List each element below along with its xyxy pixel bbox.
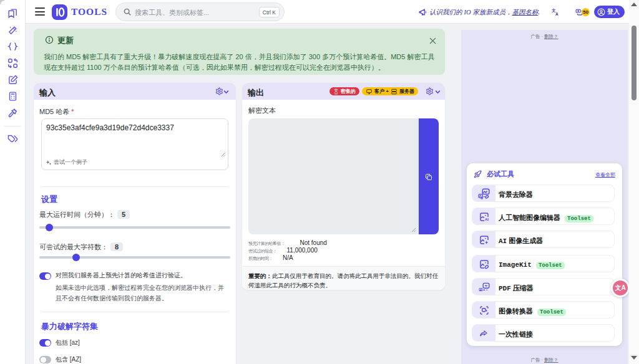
svg-text:AI: AI — [485, 218, 489, 221]
svg-text:A: A — [555, 12, 559, 16]
svg-text:文: 文 — [552, 8, 556, 12]
svg-text:PDF: PDF — [479, 289, 484, 291]
